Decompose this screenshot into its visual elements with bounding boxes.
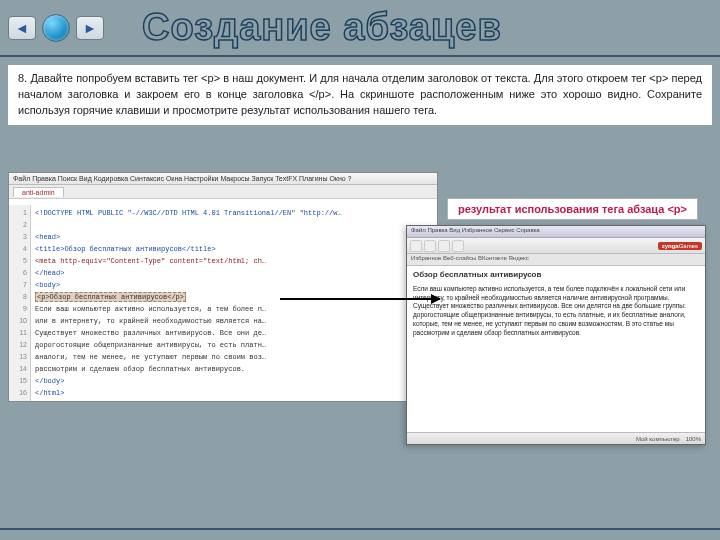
instruction-text: Давайте попробуем вставить тег <p> в наш…: [18, 72, 702, 116]
code-line: рассмотрим и сделаем обзор бесплатных ан…: [35, 365, 245, 373]
code-line: дорогостоящие общепризнанные антивирусы,…: [35, 341, 266, 349]
instruction-block: 8. Давайте попробуем вставить тег <p> в …: [8, 65, 712, 125]
nav-prev-button[interactable]: ◄: [8, 16, 36, 40]
page-heading: Обзор бесплатных антивирусов: [413, 270, 699, 281]
code-line: <title>Обзор бесплатных антивирусов</tit…: [35, 245, 216, 253]
step-number: 8.: [18, 72, 27, 84]
code-editor-window: Файл Правка Поиск Вид Кодировка Синтакси…: [8, 172, 438, 402]
code-line: <meta http-equiv="Content-Type" content=…: [35, 257, 266, 265]
divider: [0, 55, 720, 57]
code-line: </head>: [35, 269, 64, 277]
code-line: Существует множество различных антивирус…: [35, 329, 266, 337]
browser-toolbar[interactable]: zyngaGames: [407, 238, 705, 254]
bottom-divider: [0, 528, 720, 530]
zynga-badge[interactable]: zyngaGames: [658, 242, 702, 250]
nav-next-button[interactable]: ►: [76, 16, 104, 40]
status-zoom: 100%: [686, 436, 701, 442]
arrow-icon: [280, 298, 440, 300]
status-mode: Мой компьютер: [636, 436, 680, 442]
result-label: результат использования тега абзаца <p>: [447, 198, 698, 220]
code-line: или в интернету, то крайней необходимост…: [35, 317, 266, 325]
code-line: <!DOCTYPE HTML PUBLIC "-//W3C//DTD HTML …: [35, 209, 342, 217]
code-line: аналоги, тем не менее, не уступают первы…: [35, 353, 266, 361]
header-toolbar: ◄ ► Создание абзацев: [0, 0, 720, 55]
editor-menubar[interactable]: Файл Правка Поиск Вид Кодировка Синтакси…: [9, 173, 437, 185]
highlighted-line: <p>Обзор бесплатных антивирусов</p>: [35, 292, 186, 302]
browser-statusbar: Мой компьютер 100%: [407, 432, 705, 444]
code-line: </body>: [35, 377, 64, 385]
browser-content: Обзор бесплатных антивирусов Если ваш ко…: [407, 266, 705, 341]
editor-tab[interactable]: anti-admin: [13, 187, 64, 197]
code-line: Если ваш компьютер активно используется,…: [35, 305, 266, 313]
globe-icon[interactable]: [42, 14, 70, 42]
browser-menubar[interactable]: Файл Правка Вид Избранное Сервис Справка: [407, 226, 705, 238]
home-icon[interactable]: [452, 240, 464, 252]
editor-gutter: 12345678910111213141516: [9, 205, 31, 401]
back-icon[interactable]: [410, 240, 422, 252]
browser-window: Файл Правка Вид Избранное Сервис Справка…: [406, 225, 706, 445]
browser-favorites-bar[interactable]: Избранное Веб-слайсы ВКонтакте Яндекс: [407, 254, 705, 266]
editor-code: <!DOCTYPE HTML PUBLIC "-//W3C//DTD HTML …: [31, 205, 437, 401]
page-title: Создание абзацев: [142, 6, 502, 49]
code-line: </html>: [35, 389, 64, 397]
page-body-text: Если ваш компьютер активно используется,…: [413, 285, 699, 338]
code-line: <body>: [35, 281, 60, 289]
forward-icon[interactable]: [424, 240, 436, 252]
reload-icon[interactable]: [438, 240, 450, 252]
code-line: <head>: [35, 233, 60, 241]
